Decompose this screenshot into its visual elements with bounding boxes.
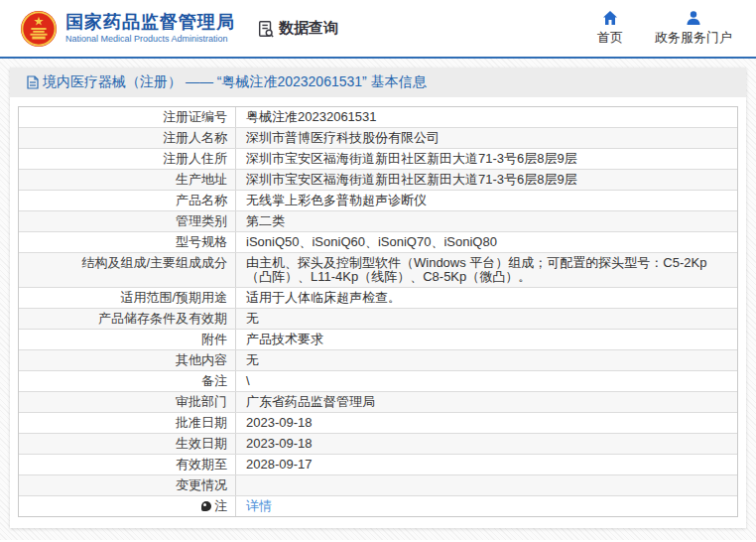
table-row: 生效日期2023-09-18 [19,434,737,455]
table-row: 结构及组成/主要组成成分由主机、探头及控制型软件（Windows 平台）组成；可… [19,253,737,288]
row-label: 审批部门 [19,392,236,412]
top-header: 国家药品监督管理局 National Medical Products Admi… [0,0,756,59]
table-row: 注详情 [19,496,737,516]
table-row: 变更情况 [19,475,737,496]
row-value: 深圳市普博医疗科技股份有限公司 [236,128,737,148]
row-value: 2023-09-18 [236,434,737,454]
page-title: 境内医疗器械（注册） —— “粤械注准20232061531” 基本信息 [43,73,427,91]
table-row: 适用范围/预期用途适用于人体临床超声检查。 [19,288,737,309]
row-value: 广东省药品监督管理局 [236,392,737,412]
row-label: 变更情况 [19,475,236,495]
row-value: \ [236,371,737,391]
table-row: 生产地址深圳市宝安区福海街道新田社区新田大道71-3号6层8层9层 [19,170,737,191]
row-value: 无 [236,309,737,329]
table-row: 批准日期2023-09-18 [19,413,737,434]
table-row: 审批部门广东省药品监督管理局 [19,392,737,413]
row-label: 管理类别 [19,211,236,231]
row-value: 详情 [236,496,737,516]
brand-title: 国家药品监督管理局 [65,12,235,32]
table-row: 附件产品技术要求 [19,330,737,350]
row-value: 产品技术要求 [236,330,737,349]
row-label: 附件 [19,330,236,349]
table-row: 注册证编号粤械注准20232061531 [19,107,737,128]
row-value: 深圳市宝安区福海街道新田社区新田大道71-3号6层8层9层 [236,170,737,190]
nav-home-label: 首页 [597,29,623,47]
row-label: 备注 [19,371,236,391]
row-label: 型号规格 [19,232,236,252]
detail-link[interactable]: 详情 [246,498,272,513]
user-icon [686,10,701,26]
header-nav: 首页 政务服务门户 [595,10,732,47]
table-row: 产品储存条件及有效期无 [19,309,737,330]
nav-home[interactable]: 首页 [595,10,625,47]
table-row: 型号规格iSoniQ50、iSoniQ60、iSoniQ70、iSoniQ80 [19,232,737,253]
row-label: 适用范围/预期用途 [19,288,236,308]
row-label: 其他内容 [19,350,236,370]
table-row: 有效期至2028-09-17 [19,455,737,475]
row-label: 生效日期 [19,434,236,454]
table-row: 其他内容无 [19,350,737,371]
row-value [236,475,737,495]
row-label: 有效期至 [19,455,236,474]
row-value: 适用于人体临床超声检查。 [236,288,737,308]
table-row: 产品名称无线掌上彩色多普勒超声诊断仪 [19,191,737,211]
table-row: 注册人名称深圳市普博医疗科技股份有限公司 [19,128,737,149]
nav-gov-portal[interactable]: 政务服务门户 [655,10,732,47]
row-label: 结构及组成/主要组成成分 [19,253,236,287]
row-label: 注册人住所 [19,149,236,169]
document-icon [27,75,39,89]
national-emblem-logo [20,10,58,48]
row-value: 无 [236,350,737,370]
brand[interactable]: 国家药品监督管理局 National Medical Products Admi… [20,10,235,48]
row-value: 深圳市宝安区福海街道新田社区新田大道71-3号6层8层9层 [236,149,737,169]
note-icon [201,501,211,511]
row-label: 产品名称 [19,191,236,210]
table-row: 备注\ [19,371,737,392]
brand-subtitle: National Medical Products Administration [65,34,235,45]
row-value: 第二类 [236,211,737,231]
table-row: 管理类别第二类 [19,211,737,232]
row-value: 粤械注准20232061531 [236,107,737,127]
row-label: 注 [19,496,236,516]
document-search-icon [257,20,275,38]
home-icon [602,10,618,26]
nav-gov-portal-label: 政务服务门户 [655,29,732,47]
row-value: 无线掌上彩色多普勒超声诊断仪 [236,191,737,210]
row-label: 批准日期 [19,413,236,433]
table-row: 注册人住所深圳市宝安区福海街道新田社区新田大道71-3号6层8层9层 [19,149,737,170]
card-titlebar: 境内医疗器械（注册） —— “粤械注准20232061531” 基本信息 [10,68,746,97]
row-value: 2028-09-17 [236,455,737,474]
row-label: 注册人名称 [19,128,236,148]
row-value: 2023-09-18 [236,413,737,433]
row-value: iSoniQ50、iSoniQ60、iSoniQ70、iSoniQ80 [236,232,737,252]
registration-info-table: 注册证编号粤械注准20232061531注册人名称深圳市普博医疗科技股份有限公司… [18,106,738,517]
page-background: 境内医疗器械（注册） —— “粤械注准20232061531” 基本信息 注册证… [0,59,756,540]
data-query-menu[interactable]: 数据查询 [257,19,338,38]
row-label: 注册证编号 [19,107,236,127]
data-query-label: 数据查询 [279,19,338,38]
row-label: 产品储存条件及有效期 [19,309,236,329]
detail-card: 境内医疗器械（注册） —— “粤械注准20232061531” 基本信息 注册证… [10,68,746,528]
row-value: 由主机、探头及控制型软件（Windows 平台）组成；可配置的探头型号：C5-2… [236,253,737,287]
row-label: 生产地址 [19,170,236,190]
